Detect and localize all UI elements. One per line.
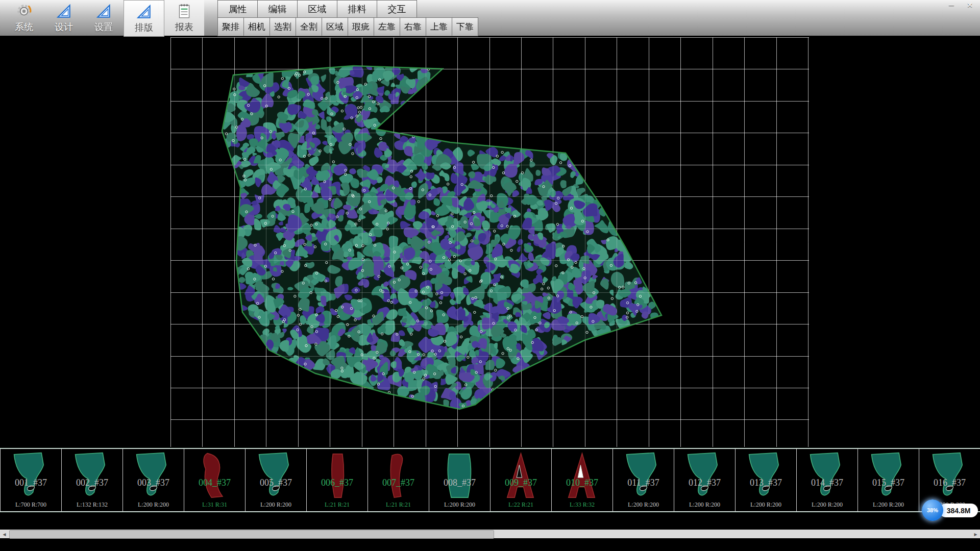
piece-shape-icon <box>250 450 302 505</box>
scroll-left-arrow[interactable]: ◂ <box>0 530 9 538</box>
memory-value: 384.8M <box>947 507 971 515</box>
piece-thumbnail[interactable]: 008_#37L:200 R:200 <box>429 448 491 512</box>
memory-badge: 384.8M <box>939 504 978 517</box>
horizontal-scrollbar[interactable]: ◂ ▸ <box>0 530 980 538</box>
piece-shape-icon <box>678 450 731 505</box>
tab-edit[interactable]: 编辑 <box>257 0 298 18</box>
piece-shape-icon <box>556 450 608 505</box>
ribbon-toolbar: 系统 设计 设置 排版 <box>0 0 980 36</box>
design-button-label: 设计 <box>55 21 73 33</box>
piece-thumbnail[interactable]: 009_#37L:22 R:21 <box>490 448 552 512</box>
piece-shape-icon <box>188 450 241 505</box>
piece-thumbnail[interactable]: 004_#37L:31 R:31 <box>184 448 246 512</box>
scroll-right-arrow[interactable]: ▸ <box>971 530 980 538</box>
progress-value: 38% <box>927 507 938 513</box>
piece-shape-icon <box>433 450 486 505</box>
tab-nesting[interactable]: 排料 <box>337 0 377 18</box>
piece-thumbnail[interactable]: 011_#37L:200 R:200 <box>612 448 674 512</box>
scrollbar-thumb[interactable] <box>9 530 494 539</box>
tool-defect[interactable]: 瑕疵 <box>348 17 374 36</box>
progress-indicator: 38% <box>922 499 943 521</box>
menu-tabs: 属性 编辑 区域 排料 交互 <box>217 0 478 17</box>
piece-thumbnail[interactable]: 013_#37L:200 R:200 <box>735 448 797 512</box>
tab-region[interactable]: 区域 <box>297 0 337 18</box>
settings-button[interactable]: 设置 <box>84 0 124 36</box>
piece-thumbnail[interactable]: 010_#37L:33 R:32 <box>551 448 613 512</box>
menu-column: 属性 编辑 区域 排料 交互 聚排 相机 选割 全割 区域 瑕疵 左靠 右靠 上… <box>217 0 478 36</box>
tool-cluster-nest[interactable]: 聚排 <box>217 17 244 36</box>
report-button-label: 报表 <box>175 21 193 33</box>
tool-align-top[interactable]: 上靠 <box>426 17 452 36</box>
report-document-icon <box>176 3 193 20</box>
piece-shape-icon <box>311 450 363 505</box>
tool-align-left[interactable]: 左靠 <box>374 17 400 36</box>
layout-button-label: 排版 <box>135 21 153 34</box>
design-ruler-icon <box>55 3 72 20</box>
piece-thumbnail[interactable]: 002_#37L:132 R:132 <box>61 448 123 512</box>
piece-shape-icon <box>617 450 670 505</box>
layout-button[interactable]: 排版 <box>124 0 164 37</box>
tool-region[interactable]: 区域 <box>322 17 348 36</box>
design-button[interactable]: 设计 <box>44 0 84 36</box>
piece-thumbnail[interactable]: 015_#37L:200 R:200 <box>857 448 919 512</box>
window-controls: ─ ✕ <box>943 0 978 10</box>
piece-shape-icon <box>862 450 915 505</box>
system-button-label: 系统 <box>15 21 33 33</box>
system-button[interactable]: 系统 <box>4 0 44 36</box>
piece-shape-icon <box>5 450 57 505</box>
piece-thumbnail[interactable]: 001_#37L:700 R:700 <box>0 448 62 512</box>
piece-thumbnail[interactable]: 003_#37L:200 R:200 <box>122 448 184 512</box>
piece-thumbnail[interactable]: 007_#37L:21 R:21 <box>368 448 429 512</box>
minimize-button[interactable]: ─ <box>943 0 960 10</box>
tool-buttons: 聚排 相机 选割 全割 区域 瑕疵 左靠 右靠 上靠 下靠 <box>217 17 478 36</box>
piece-thumbnail[interactable]: 005_#37L:200 R:200 <box>245 448 307 512</box>
system-gear-icon <box>15 3 33 20</box>
nesting-canvas[interactable] <box>0 36 980 448</box>
tool-align-bottom[interactable]: 下靠 <box>452 17 478 36</box>
settings-button-label: 设置 <box>94 21 113 33</box>
tab-properties[interactable]: 属性 <box>217 0 258 18</box>
piece-shape-icon <box>495 450 547 505</box>
piece-shape-icon <box>66 450 118 505</box>
close-button[interactable]: ✕ <box>962 0 978 10</box>
report-button[interactable]: 报表 <box>164 0 204 36</box>
layout-ruler-icon <box>135 3 153 20</box>
tool-select-cut[interactable]: 选割 <box>270 17 296 36</box>
piece-shape-icon <box>372 450 425 505</box>
piece-shape-icon <box>740 450 792 505</box>
piece-thumbnail[interactable]: 012_#37L:200 R:200 <box>674 448 736 512</box>
piece-thumbnail[interactable]: 014_#37L:200 R:200 <box>796 448 858 512</box>
tool-align-right[interactable]: 右靠 <box>400 17 426 36</box>
piece-thumbnail-strip: 001_#37L:700 R:700002_#37L:132 R:132003_… <box>0 448 980 512</box>
tool-cut-all[interactable]: 全割 <box>296 17 322 36</box>
piece-shape-icon <box>127 450 180 505</box>
piece-shape-icon <box>923 450 976 505</box>
settings-ruler-icon <box>95 3 112 20</box>
main-mode-buttons: 系统 设计 设置 排版 <box>0 0 204 36</box>
piece-thumbnail[interactable]: 006_#37L:21 R:21 <box>306 448 368 512</box>
tab-interaction[interactable]: 交互 <box>377 0 417 18</box>
tool-camera[interactable]: 相机 <box>243 17 270 36</box>
piece-shape-icon <box>801 450 853 505</box>
